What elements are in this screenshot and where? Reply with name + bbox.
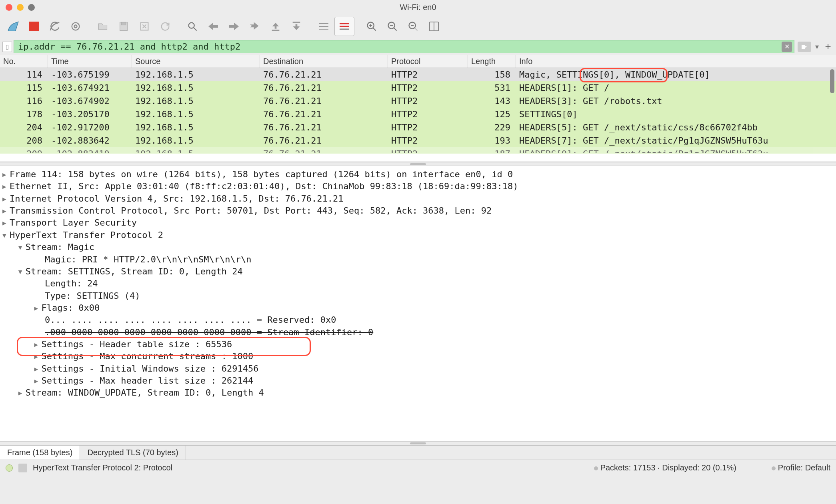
zoom-in-button[interactable] xyxy=(362,17,382,36)
go-back-button[interactable] xyxy=(203,17,223,36)
open-file-button[interactable] xyxy=(93,17,113,36)
svg-rect-4 xyxy=(121,22,126,25)
col-no[interactable]: No. xyxy=(0,55,48,68)
tree-tcp[interactable]: Transmission Control Protocol, Src Port:… xyxy=(2,205,834,217)
go-forward-button[interactable] xyxy=(224,17,244,36)
bookmark-filter-icon[interactable]: ▯ xyxy=(2,42,12,52)
tree-ip[interactable]: Internet Protocol Version 4, Src: 192.16… xyxy=(2,193,834,205)
tree-settings-flags[interactable]: Flags: 0x00 xyxy=(2,302,834,314)
expert-info-icon[interactable] xyxy=(6,464,13,472)
go-to-packet-button[interactable] xyxy=(245,17,265,36)
window-title: Wi-Fi: en0 xyxy=(5,3,831,12)
col-dest[interactable]: Destination xyxy=(260,55,388,68)
tree-stream-magic[interactable]: Stream: Magic xyxy=(2,241,834,253)
tree-settings-reserved[interactable]: 0... .... .... .... .... .... .... .... … xyxy=(2,314,834,326)
svg-point-1 xyxy=(72,23,80,30)
horizontal-splitter[interactable] xyxy=(0,441,836,445)
close-file-button[interactable] xyxy=(134,17,154,36)
window-controls xyxy=(6,4,35,11)
svg-point-6 xyxy=(189,23,194,28)
tree-settings-hts[interactable]: Settings - Header table size : 65536 xyxy=(2,338,834,350)
resize-columns-button[interactable] xyxy=(424,17,444,36)
tree-settings-type[interactable]: Type: SETTINGS (4) xyxy=(2,290,834,302)
main-toolbar xyxy=(0,14,836,38)
filter-history-dropdown[interactable]: ▾ xyxy=(813,42,821,51)
auto-scroll-button[interactable] xyxy=(314,17,334,36)
tree-tls[interactable]: Transport Layer Security xyxy=(2,217,834,229)
go-first-button[interactable] xyxy=(266,17,286,36)
tree-settings-iws[interactable]: Settings - Initial Windows size : 629145… xyxy=(2,363,834,375)
restart-capture-button[interactable] xyxy=(45,17,65,36)
tree-stream-settings[interactable]: Stream: SETTINGS, Stream ID: 0, Length 2… xyxy=(2,266,834,278)
find-packet-button[interactable] xyxy=(182,17,202,36)
packet-row[interactable]: 178-103.205170192.168.1.576.76.21.21HTTP… xyxy=(0,108,836,121)
tree-frame[interactable]: Frame 114: 158 bytes on wire (1264 bits)… xyxy=(2,168,834,180)
shark-fin-icon[interactable] xyxy=(3,17,23,36)
statusbar: HyperText Transfer Protocol 2: Protocol … xyxy=(0,460,836,476)
packet-row[interactable]: 114-103.675199192.168.1.576.76.21.21HTTP… xyxy=(0,68,836,81)
colorize-button[interactable] xyxy=(334,17,354,36)
col-time[interactable]: Time xyxy=(48,55,132,68)
packet-row[interactable]: 208-102.883642192.168.1.576.76.21.21HTTP… xyxy=(0,134,836,147)
minimize-icon[interactable] xyxy=(17,4,24,11)
status-field-info: HyperText Transfer Protocol 2: Protocol xyxy=(33,463,172,472)
titlebar: Wi-Fi: en0 xyxy=(0,0,836,14)
capture-options-button[interactable] xyxy=(66,17,86,36)
clear-filter-button[interactable]: ✕ xyxy=(782,42,792,52)
horizontal-splitter[interactable] xyxy=(0,162,836,166)
svg-point-2 xyxy=(74,25,77,28)
apply-filter-button[interactable] xyxy=(798,42,811,52)
tree-stream-wu[interactable]: Stream: WINDOW_UPDATE, Stream ID: 0, Len… xyxy=(2,387,834,399)
reload-file-button[interactable] xyxy=(155,17,175,36)
close-icon[interactable] xyxy=(6,4,12,11)
packet-row[interactable]: 204-102.917200192.168.1.576.76.21.21HTTP… xyxy=(0,121,836,134)
packet-details[interactable]: Frame 114: 158 bytes on wire (1264 bits)… xyxy=(0,166,836,441)
stop-capture-button[interactable] xyxy=(24,17,44,36)
tab-frame-bytes[interactable]: Frame (158 bytes) xyxy=(0,446,80,460)
zoom-reset-button[interactable] xyxy=(403,17,423,36)
scrollbar-thumb[interactable] xyxy=(830,69,834,93)
tree-magic-line[interactable]: Magic: PRI * HTTP/2.0\r\n\r\nSM\r\n\r\n xyxy=(2,254,834,266)
status-packet-count: Packets: 17153 · Displayed: 20 (0.1%) xyxy=(600,463,736,472)
tree-http2[interactable]: HyperText Transfer Protocol 2 xyxy=(2,229,834,241)
status-profile[interactable]: Profile: Default xyxy=(778,463,830,472)
display-filter-input[interactable]: ip.addr == 76.76.21.21 and http2 and htt… xyxy=(14,40,794,53)
col-length[interactable]: Length xyxy=(468,55,516,68)
tab-decrypted-tls[interactable]: Decrypted TLS (70 bytes) xyxy=(80,446,186,460)
go-last-button[interactable] xyxy=(286,17,306,36)
zoom-out-button[interactable] xyxy=(382,17,402,36)
display-filter-bar: ▯ ip.addr == 76.76.21.21 and http2 and h… xyxy=(0,38,836,55)
edit-preferences-icon[interactable] xyxy=(18,464,27,472)
bytes-pane-tabs: Frame (158 bytes) Decrypted TLS (70 byte… xyxy=(0,445,836,460)
packet-row[interactable]: 209-102.883419192.168.1.576.76.21.21HTTP… xyxy=(0,147,836,154)
tree-settings-mcs[interactable]: Settings - Max concurrent streams : 1000 xyxy=(2,350,834,362)
maximize-icon[interactable] xyxy=(28,4,35,11)
save-file-button[interactable] xyxy=(114,17,134,36)
packet-row[interactable]: 116-103.674902192.168.1.576.76.21.21HTTP… xyxy=(0,94,836,108)
packet-list-header: No. Time Source Destination Protocol Len… xyxy=(0,55,836,68)
status-dot-icon xyxy=(594,466,598,470)
col-source[interactable]: Source xyxy=(132,55,260,68)
packet-row[interactable]: 115-103.674921192.168.1.576.76.21.21HTTP… xyxy=(0,81,836,94)
packet-list[interactable]: 114-103.675199192.168.1.576.76.21.21HTTP… xyxy=(0,68,836,162)
col-protocol[interactable]: Protocol xyxy=(388,55,468,68)
tree-settings-length[interactable]: Length: 24 xyxy=(2,278,834,290)
col-info[interactable]: Info xyxy=(516,55,836,68)
add-filter-button[interactable]: + xyxy=(822,40,834,53)
svg-rect-0 xyxy=(29,22,39,31)
tree-settings-mhls[interactable]: Settings - Max header list size : 262144 xyxy=(2,375,834,387)
tree-settings-sid[interactable]: .000 0000 0000 0000 0000 0000 0000 0000 … xyxy=(2,326,834,338)
tree-eth[interactable]: Ethernet II, Src: Apple_03:01:40 (f8:ff:… xyxy=(2,180,834,192)
status-dot-icon xyxy=(772,466,776,470)
